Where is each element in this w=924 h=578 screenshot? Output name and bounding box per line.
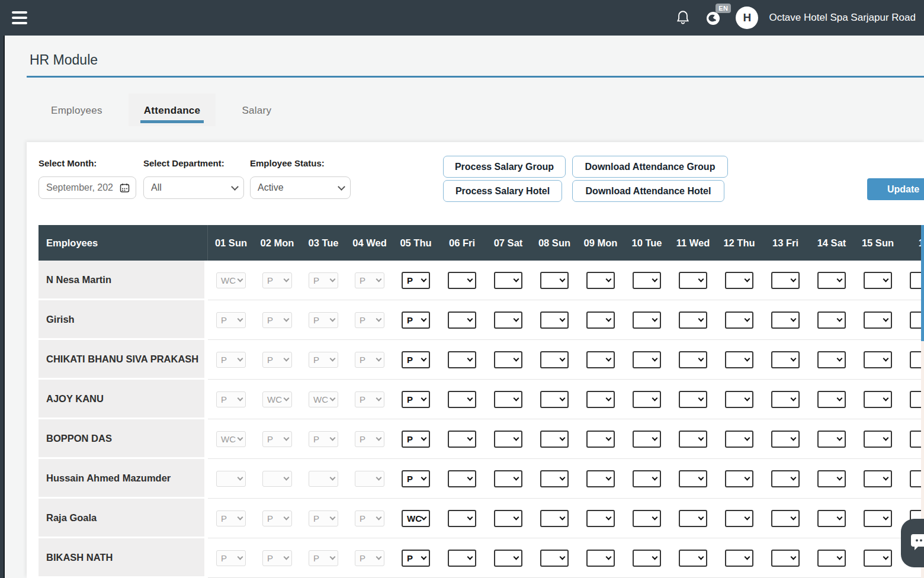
attendance-select[interactable] [633, 391, 661, 408]
attendance-select[interactable] [633, 510, 661, 527]
process-salary-hotel-button[interactable]: Process Salary Hotel [443, 180, 562, 202]
attendance-select[interactable] [864, 391, 892, 408]
attendance-select[interactable] [448, 272, 476, 289]
attendance-select[interactable] [817, 351, 846, 368]
attendance-select[interactable] [633, 272, 661, 289]
attendance-select[interactable] [586, 550, 615, 567]
attendance-select[interactable] [633, 351, 661, 368]
attendance-select[interactable] [725, 312, 753, 329]
attendance-select[interactable] [448, 351, 476, 368]
attendance-select[interactable] [817, 312, 846, 329]
attendance-select[interactable] [540, 391, 569, 408]
attendance-select[interactable] [494, 312, 522, 329]
attendance-select[interactable] [494, 470, 522, 487]
process-salary-group-button[interactable]: Process Salary Group [443, 156, 566, 178]
attendance-select[interactable] [586, 391, 615, 408]
attendance-select[interactable] [540, 312, 569, 329]
attendance-select[interactable] [864, 351, 892, 368]
attendance-select[interactable] [633, 550, 661, 567]
attendance-select[interactable] [448, 312, 476, 329]
attendance-select[interactable] [586, 312, 615, 329]
attendance-select[interactable]: P [402, 391, 430, 408]
attendance-select[interactable] [633, 470, 661, 487]
attendance-select[interactable]: P [402, 272, 430, 289]
attendance-select[interactable] [448, 510, 476, 527]
attendance-select[interactable] [864, 510, 892, 527]
attendance-select[interactable] [864, 431, 892, 448]
attendance-select[interactable] [725, 272, 753, 289]
month-picker-input[interactable]: September, 202 [38, 176, 136, 199]
attendance-select[interactable] [586, 272, 615, 289]
attendance-select[interactable] [679, 391, 707, 408]
attendance-select[interactable] [586, 470, 615, 487]
attendance-select[interactable] [540, 510, 569, 527]
attendance-select[interactable] [817, 470, 846, 487]
attendance-select[interactable] [679, 470, 707, 487]
attendance-select[interactable] [771, 550, 800, 567]
attendance-select[interactable] [725, 470, 753, 487]
tab-attendance[interactable]: Attendance [129, 94, 216, 126]
attendance-select[interactable] [771, 351, 800, 368]
attendance-select[interactable] [817, 391, 846, 408]
attendance-select[interactable] [586, 351, 615, 368]
attendance-select[interactable]: P [402, 312, 430, 329]
attendance-select[interactable] [586, 431, 615, 448]
update-button[interactable]: Update [867, 178, 924, 200]
attendance-select[interactable]: P [402, 431, 430, 448]
attendance-select[interactable] [448, 550, 476, 567]
attendance-select[interactable] [494, 391, 522, 408]
attendance-select[interactable] [864, 470, 892, 487]
attendance-select[interactable] [771, 510, 800, 527]
attendance-select[interactable] [771, 312, 800, 329]
attendance-select[interactable] [633, 312, 661, 329]
attendance-select[interactable] [494, 510, 522, 527]
tab-employees[interactable]: Employees [36, 94, 118, 126]
attendance-select[interactable] [494, 550, 522, 567]
attendance-select[interactable] [494, 431, 522, 448]
department-select[interactable]: All [143, 176, 244, 199]
attendance-select[interactable] [494, 272, 522, 289]
attendance-select[interactable] [771, 431, 800, 448]
tab-salary[interactable]: Salary [226, 94, 287, 126]
attendance-select[interactable] [448, 470, 476, 487]
attendance-select[interactable] [679, 272, 707, 289]
attendance-select[interactable] [725, 431, 753, 448]
download-attendance-group-button[interactable]: Download Attendance Group [572, 156, 728, 178]
attendance-select[interactable] [540, 470, 569, 487]
attendance-select[interactable] [494, 351, 522, 368]
attendance-select[interactable] [864, 550, 892, 567]
attendance-select[interactable] [633, 431, 661, 448]
attendance-select[interactable] [679, 550, 707, 567]
notifications-bell-icon[interactable] [675, 9, 691, 26]
user-avatar[interactable]: H [736, 7, 758, 29]
attendance-select[interactable] [864, 272, 892, 289]
vertical-scrollbar-thumb[interactable] [921, 225, 924, 341]
attendance-select[interactable] [679, 431, 707, 448]
attendance-select[interactable] [540, 550, 569, 567]
chat-widget-button[interactable] [901, 519, 924, 567]
attendance-select[interactable] [817, 510, 846, 527]
attendance-select[interactable] [540, 351, 569, 368]
attendance-select[interactable] [725, 351, 753, 368]
attendance-select[interactable] [725, 391, 753, 408]
attendance-select[interactable] [817, 550, 846, 567]
attendance-select[interactable] [817, 431, 846, 448]
attendance-select[interactable] [540, 431, 569, 448]
attendance-select[interactable] [679, 351, 707, 368]
download-attendance-hotel-button[interactable]: Download Attendance Hotel [572, 180, 724, 202]
attendance-select[interactable] [540, 272, 569, 289]
attendance-select[interactable] [771, 391, 800, 408]
attendance-select[interactable]: P [402, 470, 430, 487]
attendance-select[interactable] [679, 510, 707, 527]
hamburger-menu-icon[interactable] [12, 11, 27, 24]
employee-status-select[interactable]: Active [250, 176, 351, 199]
attendance-select[interactable] [771, 470, 800, 487]
attendance-select[interactable] [586, 510, 615, 527]
language-globe-icon[interactable]: EN [705, 9, 721, 26]
attendance-select[interactable]: P [402, 550, 430, 567]
attendance-select[interactable]: WC [402, 510, 430, 527]
attendance-select[interactable]: P [402, 351, 430, 368]
attendance-select[interactable] [679, 312, 707, 329]
attendance-select[interactable] [448, 391, 476, 408]
attendance-select[interactable] [864, 312, 892, 329]
